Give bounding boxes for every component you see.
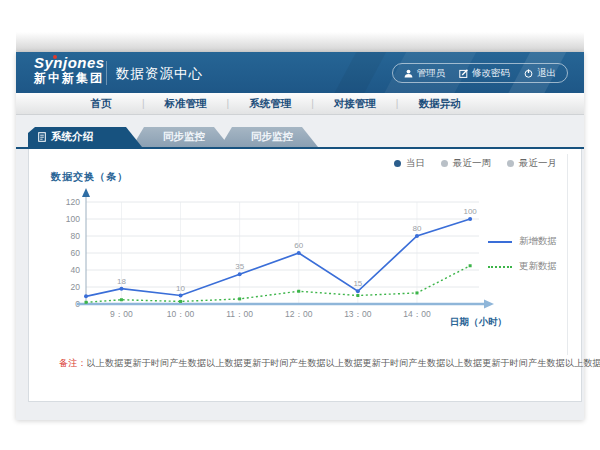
change-password-button[interactable]: 修改密码 [459, 67, 510, 80]
radio-label: 当日 [406, 157, 425, 170]
footnote-prefix: 备注： [59, 358, 87, 368]
svg-text:10: 10 [176, 284, 185, 293]
power-icon [524, 69, 533, 78]
footnote-text: 以上数据更新于时间产生数据以上数据更新于时间产生数据以上数据更新于时间产生数据以… [87, 358, 600, 368]
page-title: 数据资源中心 [116, 52, 203, 93]
document-icon [38, 132, 46, 142]
username-label: 管理员 [417, 67, 446, 80]
header-divider [106, 61, 107, 85]
radio-last-week[interactable]: 最近一周 [441, 157, 491, 170]
svg-text:60: 60 [294, 241, 303, 250]
svg-text:20: 20 [71, 282, 81, 292]
footnote: 备注：以上数据更新于时间产生数据以上数据更新于时间产生数据以上数据更新于时间产生… [59, 357, 600, 370]
tab-label: 同步监控 [251, 130, 293, 144]
radio-unselected-icon [441, 160, 448, 167]
edit-icon [459, 69, 468, 78]
page-top-sheen [16, 32, 584, 52]
svg-text:13：00: 13：00 [344, 309, 372, 319]
user-menu: 管理员 修改密码 退出 [392, 63, 569, 83]
svg-text:11：00: 11：00 [226, 309, 253, 319]
svg-text:日期（小时）: 日期（小时） [450, 316, 507, 328]
svg-text:80: 80 [412, 224, 421, 233]
tab-sync-monitor-1[interactable]: 同步监控 [132, 127, 230, 147]
radio-label: 最近一周 [453, 157, 491, 170]
svg-text:120: 120 [66, 197, 80, 207]
header-decor-streak [325, 52, 392, 93]
panel-scroll-divider [567, 154, 568, 355]
radio-unselected-icon [507, 160, 514, 167]
nav-item-integration-mgmt[interactable]: 对接管理 [314, 97, 396, 111]
change-password-label: 修改密码 [472, 67, 510, 80]
radio-selected-icon [394, 160, 401, 167]
user-account-button[interactable]: 管理员 [404, 67, 446, 80]
svg-text:100: 100 [66, 214, 80, 224]
svg-text:10：00: 10：00 [167, 309, 195, 319]
app-screenshot: Synjones 新中新集团 数据资源中心 管理员 [0, 0, 600, 450]
app-window: Synjones 新中新集团 数据资源中心 管理员 [16, 52, 584, 420]
logout-button[interactable]: 退出 [524, 67, 556, 80]
legend-line-solid-icon [488, 241, 512, 243]
content-area: 系统介绍 同步监控 同步监控 当日 最近 [16, 115, 584, 420]
tab-label: 同步监控 [163, 130, 205, 144]
nav-item-home[interactable]: 首页 [60, 97, 142, 111]
y-axis-title: 数据交换（条） [51, 170, 128, 184]
logout-label: 退出 [537, 67, 556, 80]
legend-item-updated-data[interactable]: 更新数据 [488, 260, 557, 273]
tab-bar: 系统介绍 同步监控 同步监控 [28, 127, 318, 147]
svg-text:100: 100 [463, 207, 477, 216]
radio-label: 最近一月 [519, 157, 557, 170]
legend-label: 新增数据 [519, 235, 557, 248]
chart-legend: 新增数据 更新数据 [488, 235, 557, 273]
company-logo: Synjones 新中新集团 [34, 55, 105, 85]
line-chart: 0204060801001209：0010：0011：0012：0013：001… [31, 186, 513, 338]
legend-label: 更新数据 [519, 260, 557, 273]
app-header: Synjones 新中新集团 数据资源中心 管理员 [16, 52, 584, 93]
tab-system-intro[interactable]: 系统介绍 [28, 127, 142, 147]
logo-brand-text: Synjones [34, 55, 105, 72]
svg-text:60: 60 [71, 248, 81, 258]
legend-item-new-data[interactable]: 新增数据 [488, 235, 557, 248]
nav-item-standard-mgmt[interactable]: 标准管理 [145, 97, 227, 111]
svg-text:40: 40 [71, 265, 81, 275]
svg-text:12：00: 12：00 [285, 309, 313, 319]
radio-last-month[interactable]: 最近一月 [507, 157, 557, 170]
svg-text:15: 15 [353, 279, 362, 288]
nav-item-data-changes[interactable]: 数据异动 [398, 97, 480, 111]
chart-panel: 当日 最近一周 最近一月 数据交换（条） 0204060801001209：00… [28, 149, 582, 402]
svg-text:35: 35 [235, 262, 244, 271]
svg-text:14：00: 14：00 [403, 309, 431, 319]
main-nav: 首页 | 标准管理 | 系统管理 | 对接管理 | 数据异动 [16, 93, 584, 115]
tab-sync-monitor-2[interactable]: 同步监控 [220, 127, 318, 147]
tab-label: 系统介绍 [51, 130, 93, 144]
svg-text:18: 18 [117, 277, 126, 286]
radio-today[interactable]: 当日 [394, 157, 425, 170]
nav-item-system-mgmt[interactable]: 系统管理 [229, 97, 311, 111]
legend-line-dotted-icon [488, 266, 512, 268]
logo-red-dot [53, 55, 57, 59]
user-icon [404, 69, 413, 78]
logo-company-text: 新中新集团 [34, 72, 105, 85]
svg-text:9：00: 9：00 [110, 309, 133, 319]
time-range-filter: 当日 最近一周 最近一月 [394, 157, 557, 170]
svg-text:80: 80 [71, 231, 81, 241]
